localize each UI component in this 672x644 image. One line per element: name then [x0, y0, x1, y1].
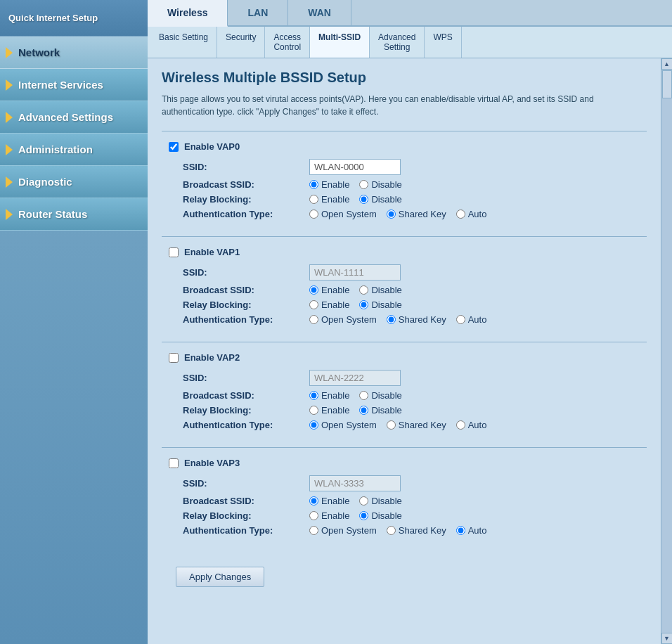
vap1-broadcast-disable-label[interactable]: Disable: [359, 285, 401, 295]
subtab-access-control[interactable]: Access Control: [265, 27, 310, 58]
vap0-auth-shared-radio[interactable]: [387, 210, 396, 219]
vap2-ssid-controls: [309, 370, 401, 386]
subtab-security[interactable]: Security: [217, 27, 265, 58]
sidebar-item-quick-internet-setup[interactable]: Quick Internet Setup: [0, 0, 148, 37]
vap0-relay-disable-label[interactable]: Disable: [359, 194, 401, 205]
vap0-broadcast-disable-radio[interactable]: [359, 180, 368, 189]
vap3-relay-enable-label[interactable]: Enable: [309, 510, 349, 521]
vap2-broadcast-disable-radio[interactable]: [359, 391, 368, 400]
sidebar-item-advanced-settings[interactable]: Advanced Settings: [0, 101, 148, 134]
vap3-broadcast-enable-radio[interactable]: [309, 496, 318, 505]
vap0-ssid-input[interactable]: [309, 159, 401, 175]
vap2-broadcast-disable-label[interactable]: Disable: [359, 390, 401, 401]
vap1-broadcast-enable-label[interactable]: Enable: [309, 285, 349, 295]
vap1-auth-shared-radio[interactable]: [387, 315, 396, 324]
vap3-auth-auto-radio[interactable]: [456, 526, 465, 535]
vap3-ssid-input[interactable]: [309, 475, 401, 491]
vap1-auth-open-radio[interactable]: [309, 315, 318, 324]
vap2-enable-checkbox[interactable]: [169, 353, 179, 363]
vap1-ssid-input[interactable]: [309, 264, 401, 281]
auto-text: Auto: [468, 314, 487, 325]
sidebar-item-administration[interactable]: Administration: [0, 134, 148, 166]
vap1-relay-disable-label[interactable]: Disable: [359, 300, 401, 310]
vap2-section: Enable VAP2 SSID: Broadcast SSID: Enable: [162, 342, 647, 444]
subtab-multi-ssid[interactable]: Multi-SSID: [310, 27, 370, 58]
vap3-auth-open-radio[interactable]: [309, 526, 318, 535]
tab-wireless[interactable]: Wireless: [148, 0, 228, 27]
sidebar-item-network[interactable]: Network: [0, 37, 148, 69]
relay-label: Relay Blocking:: [183, 194, 309, 205]
sidebar-item-diagnostic[interactable]: Diagnostic: [0, 166, 148, 198]
vap1-auth-open-label[interactable]: Open System: [309, 314, 377, 325]
sidebar-item-router-status[interactable]: Router Status: [0, 198, 148, 231]
vap0-auth-auto-radio[interactable]: [456, 210, 465, 219]
vap1-auth-auto-label[interactable]: Auto: [456, 314, 487, 325]
relay-label: Relay Blocking:: [183, 405, 309, 416]
vap2-broadcast-enable-label[interactable]: Enable: [309, 390, 349, 401]
subtab-basic-setting[interactable]: Basic Setting: [150, 27, 217, 58]
shared-key-text: Shared Key: [399, 420, 446, 430]
vap2-auth-shared-label[interactable]: Shared Key: [387, 420, 446, 430]
vap3-auth-open-label[interactable]: Open System: [309, 525, 377, 536]
vap0-auth-open-label[interactable]: Open System: [309, 209, 377, 219]
vap2-auth-open-label[interactable]: Open System: [309, 420, 377, 430]
vap1-enable-checkbox[interactable]: [169, 247, 179, 257]
subtab-wps[interactable]: WPS: [425, 27, 461, 58]
enable-text: Enable: [321, 179, 349, 190]
vap2-auth-auto-radio[interactable]: [456, 420, 465, 430]
shared-key-text: Shared Key: [399, 209, 446, 219]
vap2-auth-shared-radio[interactable]: [387, 420, 396, 430]
vap3-broadcast-disable-label[interactable]: Disable: [359, 496, 401, 506]
vap2-label: Enable VAP2: [184, 352, 240, 363]
scroll-thumb[interactable]: [662, 70, 672, 98]
vap1-relay-enable-label[interactable]: Enable: [309, 300, 349, 310]
vap0-auth-open-radio[interactable]: [309, 210, 318, 219]
vap3-relay-disable-label[interactable]: Disable: [359, 510, 401, 521]
vap3-relay-disable-radio[interactable]: [359, 511, 368, 520]
vap3-auth-shared-radio[interactable]: [387, 526, 396, 535]
vap0-relay-enable-label[interactable]: Enable: [309, 194, 349, 205]
vap1-auth-auto-radio[interactable]: [456, 315, 465, 324]
vap0-enable-checkbox[interactable]: [169, 142, 179, 152]
vap1-relay-disable-radio[interactable]: [359, 300, 368, 309]
scroll-track[interactable]: [661, 70, 672, 633]
vap0-auth-auto-label[interactable]: Auto: [456, 209, 487, 219]
vap2-relay-enable-radio[interactable]: [309, 406, 318, 415]
vap2-relay-disable-label[interactable]: Disable: [359, 405, 401, 416]
vap3-relay-enable-radio[interactable]: [309, 511, 318, 520]
vap3-header: Enable VAP3: [169, 458, 640, 468]
scroll-down-arrow[interactable]: ▼: [661, 633, 673, 644]
vap1-relay-enable-radio[interactable]: [309, 300, 318, 309]
vap0-relay-disable-radio[interactable]: [359, 195, 368, 204]
enable-text: Enable: [321, 285, 349, 295]
vap1-broadcast-disable-radio[interactable]: [359, 285, 368, 295]
vap2-ssid-input[interactable]: [309, 370, 401, 386]
subtab-advanced-setting[interactable]: Advanced Setting: [370, 27, 425, 58]
vap0-broadcast-disable-label[interactable]: Disable: [359, 179, 401, 190]
vap0-relay-enable-radio[interactable]: [309, 195, 318, 204]
vap3-enable-checkbox[interactable]: [169, 458, 179, 468]
vap0-auth-shared-label[interactable]: Shared Key: [387, 209, 446, 219]
disable-text: Disable: [371, 285, 401, 295]
vap3-auth-shared-label[interactable]: Shared Key: [387, 525, 446, 536]
vap3-label: Enable VAP3: [184, 458, 240, 468]
vap0-broadcast-enable-radio[interactable]: [309, 180, 318, 189]
vap2-auth-open-radio[interactable]: [309, 420, 318, 430]
vap2-auth-auto-label[interactable]: Auto: [456, 420, 487, 430]
vap1-auth-shared-label[interactable]: Shared Key: [387, 314, 446, 325]
vap2-relay-enable-label[interactable]: Enable: [309, 405, 349, 416]
vap3-auth-auto-label[interactable]: Auto: [456, 525, 487, 536]
apply-changes-button[interactable]: Apply Changes: [176, 567, 264, 587]
scroll-up-arrow[interactable]: ▲: [661, 58, 673, 70]
vap2-relay-disable-radio[interactable]: [359, 406, 368, 415]
vap1-header: Enable VAP1: [169, 247, 640, 257]
vap3-broadcast-enable-label[interactable]: Enable: [309, 496, 349, 506]
vap3-broadcast-disable-radio[interactable]: [359, 496, 368, 505]
vap1-ssid-controls: [309, 264, 401, 281]
vap1-broadcast-enable-radio[interactable]: [309, 285, 318, 295]
tab-lan[interactable]: LAN: [228, 0, 288, 25]
vap2-broadcast-enable-radio[interactable]: [309, 391, 318, 400]
sidebar-item-internet-services[interactable]: Internet Services: [0, 69, 148, 101]
tab-wan[interactable]: WAN: [288, 0, 351, 25]
vap0-broadcast-enable-label[interactable]: Enable: [309, 179, 349, 190]
